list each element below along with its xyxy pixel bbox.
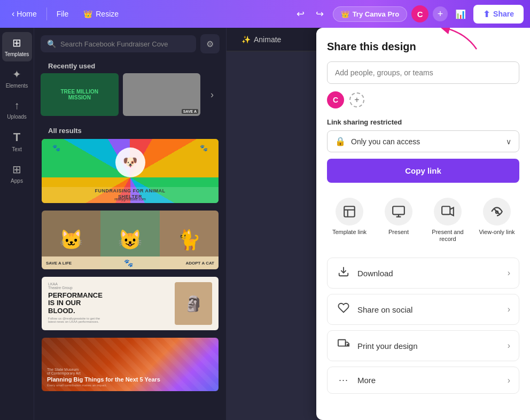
share-panel: Share this design C + Link sharing restr… <box>316 28 530 420</box>
copy-link-button[interactable]: Copy link <box>327 159 519 183</box>
file-menu[interactable]: File <box>51 6 74 21</box>
share-options-grid: Template link Present <box>327 193 519 247</box>
sidebar-item-uploads[interactable]: ↑ Uploads <box>2 95 32 124</box>
more-chevron: › <box>508 376 510 385</box>
share-button[interactable]: ⬆ Share <box>473 5 524 24</box>
topbar: ‹ Home File 👑 Resize ↩ ↪ 👑 Try Canva Pro… <box>0 0 530 28</box>
resize-button[interactable]: 👑 Resize <box>78 6 124 21</box>
add-button[interactable]: + <box>433 6 448 21</box>
canvas-area: ✨ Animate TRE MIS ‹ <box>227 28 530 420</box>
download-chevron: › <box>508 268 510 278</box>
share-option-present[interactable]: Present <box>376 193 421 247</box>
share-option-view-only[interactable]: View-only link <box>474 193 519 247</box>
template-card-animal-shelter[interactable]: 🐾 🐾 🐶 FUNDRAISING FOR ANIMALSHELTER real… <box>41 138 220 204</box>
uploads-icon: ↑ <box>14 99 20 112</box>
save-life-text: SAVE A LIFE <box>46 261 72 266</box>
paw-icon: 🐾 <box>124 259 133 267</box>
recent-thumb-2[interactable]: SAVE A <box>123 73 201 116</box>
undo-button[interactable]: ↩ <box>292 5 309 22</box>
text-icon: T <box>13 130 20 144</box>
share-people-row: C + <box>327 91 519 108</box>
card3-bg: LKAATheatre Group PERFORMANCEIS IN OURBL… <box>42 277 219 330</box>
chevron-down-icon: ∨ <box>506 137 511 146</box>
recently-used-label: Recently used <box>41 58 220 73</box>
more-icon: ··· <box>336 375 351 386</box>
share-option-template-link[interactable]: Template link <box>327 193 372 247</box>
card3-subtext: Follow us @reallygreatsite to get thelat… <box>48 317 170 323</box>
templates-panel: 🔍 ⚙ Recently used TREE MILLIONMISSION SA… <box>34 28 227 420</box>
apps-icon: ⊞ <box>12 163 21 176</box>
card1-dog-icon: 🐶 <box>115 147 145 177</box>
search-icon: 🔍 <box>47 40 56 48</box>
share-row-social[interactable]: Share on social › <box>327 294 519 325</box>
templates-list: Recently used TREE MILLIONMISSION SAVE A… <box>34 58 226 420</box>
lock-icon: 🔒 <box>335 136 346 146</box>
present-icon <box>385 198 412 225</box>
print-icon <box>336 338 351 353</box>
scroll-right-button[interactable]: › <box>205 73 220 116</box>
download-label: Download <box>357 269 501 278</box>
share-option-present-record[interactable]: Present and record <box>425 193 470 247</box>
share-row-download[interactable]: Download › <box>327 258 519 289</box>
topbar-divider <box>46 7 47 20</box>
animate-icon: ✨ <box>241 35 251 44</box>
sidebar-item-label: Apps <box>11 178 23 184</box>
svg-rect-8 <box>338 340 346 346</box>
share-icon: ⬆ <box>483 9 490 19</box>
sidebar-item-apps[interactable]: ⊞ Apps <box>2 159 32 188</box>
sidebar-item-templates[interactable]: ⊞ Templates <box>2 32 32 61</box>
redo-button[interactable]: ↪ <box>311 5 329 22</box>
share-row-more[interactable]: ··· More › <box>327 367 519 394</box>
try-canva-pro-button[interactable]: 👑 Try Canva Pro <box>333 6 407 22</box>
template-card-lkaa[interactable]: LKAATheatre Group PERFORMANCEIS IN OURBL… <box>41 276 220 331</box>
crown-icon-pro: 👑 <box>341 10 349 18</box>
link-access-label: Only you can access <box>351 137 501 146</box>
share-panel-title: Share this design <box>327 41 519 53</box>
home-button[interactable]: ‹ Home <box>6 6 42 22</box>
card4-text: The State Museumof Contemporary Art Plan… <box>47 368 160 387</box>
print-chevron: › <box>508 341 510 351</box>
present-label: Present <box>388 229 409 236</box>
animate-button[interactable]: ✨ Animate <box>235 32 287 47</box>
add-person-button[interactable]: + <box>349 92 364 107</box>
search-input[interactable] <box>60 40 190 48</box>
crown-icon: 👑 <box>83 10 92 18</box>
more-label: More <box>357 376 501 385</box>
present-record-icon <box>434 198 462 225</box>
analytics-button[interactable]: 📊 <box>452 5 469 22</box>
template-card-planning[interactable]: The State Museumof Contemporary Art Plan… <box>41 337 220 392</box>
filter-button[interactable]: ⚙ <box>200 34 220 53</box>
card4-bg: The State Museumof Contemporary Art Plan… <box>42 338 219 391</box>
link-access-dropdown[interactable]: 🔒 Only you can access ∨ <box>327 130 519 152</box>
template-link-icon <box>336 198 363 225</box>
template-card-cats[interactable]: 🐱 😺 🐈 SAVE A LIFE 🐾 ADOPT A CAT <box>41 209 220 270</box>
sidebar-item-label: Templates <box>5 51 29 57</box>
svg-rect-6 <box>442 206 450 214</box>
sidebar-item-text[interactable]: T Text <box>2 126 32 157</box>
adopt-text: ADOPT A CAT <box>186 261 214 266</box>
svg-point-10 <box>347 345 348 346</box>
save-a-label: SAVE A <box>182 109 198 114</box>
templates-icon: ⊞ <box>12 36 21 49</box>
share-user-avatar: C <box>327 91 344 108</box>
view-only-icon <box>483 198 511 225</box>
card2-overlay: SAVE A LIFE 🐾 ADOPT A CAT <box>42 256 219 269</box>
sidebar-item-elements[interactable]: ✦ Elements <box>2 64 32 93</box>
print-label: Print your design <box>357 341 501 351</box>
recent-thumb-1[interactable]: TREE MILLIONMISSION <box>41 73 119 116</box>
sidebar-item-label: Elements <box>6 83 28 89</box>
share-people-input[interactable] <box>327 61 519 84</box>
view-only-label: View-only link <box>479 229 515 236</box>
download-icon <box>336 266 351 281</box>
user-avatar[interactable]: C <box>411 5 428 22</box>
all-results-label: All results <box>41 122 220 138</box>
main-layout: ⊞ Templates ✦ Elements ↑ Uploads T Text … <box>0 28 530 420</box>
social-icon <box>336 302 351 317</box>
sidebar-item-label: Text <box>12 146 21 152</box>
svg-rect-3 <box>393 206 404 214</box>
undo-redo-group: ↩ ↪ <box>292 5 329 22</box>
share-row-print[interactable]: Print your design › <box>327 330 519 361</box>
share-social-label: Share on social <box>357 305 501 314</box>
card3-title: PERFORMANCEIS IN OURBLOOD. <box>48 292 170 315</box>
link-sharing-label: Link sharing restricted <box>327 118 519 126</box>
